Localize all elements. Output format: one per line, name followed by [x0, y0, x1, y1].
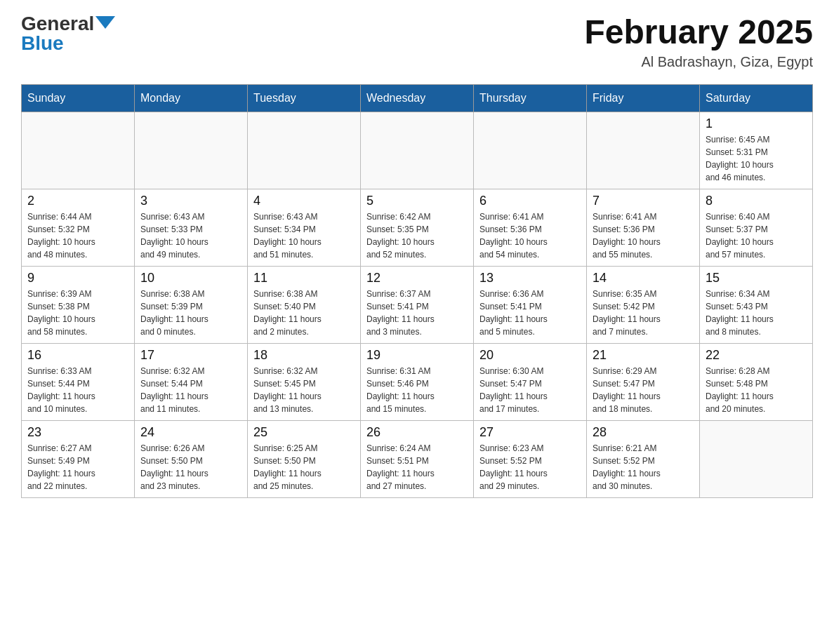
day-info: Sunrise: 6:36 AM Sunset: 5:41 PM Dayligh… [479, 288, 581, 338]
weekday-header-tuesday: Tuesday [248, 84, 361, 112]
day-number: 23 [27, 425, 128, 440]
location-title: Al Badrashayn, Giza, Egypt [584, 54, 813, 70]
day-number: 13 [479, 271, 581, 286]
calendar-cell [22, 112, 135, 189]
calendar-cell: 23Sunrise: 6:27 AM Sunset: 5:49 PM Dayli… [22, 420, 135, 497]
weekday-header-monday: Monday [135, 84, 248, 112]
calendar-week-row: 1Sunrise: 6:45 AM Sunset: 5:31 PM Daylig… [22, 112, 813, 189]
calendar-cell [135, 112, 248, 189]
day-info: Sunrise: 6:42 AM Sunset: 5:35 PM Dayligh… [366, 210, 468, 261]
calendar-cell: 6Sunrise: 6:41 AM Sunset: 5:36 PM Daylig… [474, 189, 587, 266]
day-info: Sunrise: 6:38 AM Sunset: 5:39 PM Dayligh… [140, 288, 241, 338]
day-number: 2 [27, 194, 128, 208]
calendar-cell: 11Sunrise: 6:38 AM Sunset: 5:40 PM Dayli… [248, 266, 361, 343]
day-number: 16 [27, 348, 128, 363]
day-info: Sunrise: 6:32 AM Sunset: 5:45 PM Dayligh… [253, 365, 355, 415]
day-number: 14 [593, 271, 694, 286]
calendar-cell: 9Sunrise: 6:39 AM Sunset: 5:38 PM Daylig… [22, 266, 135, 343]
day-info: Sunrise: 6:43 AM Sunset: 5:33 PM Dayligh… [140, 210, 241, 261]
calendar-table: SundayMondayTuesdayWednesdayThursdayFrid… [21, 84, 813, 498]
logo-general-text: General [21, 14, 94, 34]
calendar-cell: 27Sunrise: 6:23 AM Sunset: 5:52 PM Dayli… [474, 420, 587, 497]
weekday-header-saturday: Saturday [700, 84, 813, 112]
day-number: 22 [706, 348, 807, 363]
day-number: 4 [253, 194, 355, 208]
calendar-cell: 13Sunrise: 6:36 AM Sunset: 5:41 PM Dayli… [474, 266, 587, 343]
day-info: Sunrise: 6:34 AM Sunset: 5:43 PM Dayligh… [706, 288, 807, 338]
calendar-cell: 3Sunrise: 6:43 AM Sunset: 5:33 PM Daylig… [135, 189, 248, 266]
weekday-header-friday: Friday [587, 84, 700, 112]
calendar-cell: 20Sunrise: 6:30 AM Sunset: 5:47 PM Dayli… [474, 343, 587, 420]
day-info: Sunrise: 6:45 AM Sunset: 5:31 PM Dayligh… [706, 133, 807, 184]
day-number: 11 [253, 271, 355, 286]
logo-blue-text: Blue [21, 34, 115, 53]
calendar-cell: 4Sunrise: 6:43 AM Sunset: 5:34 PM Daylig… [248, 189, 361, 266]
calendar-cell [587, 112, 700, 189]
weekday-header-thursday: Thursday [474, 84, 587, 112]
calendar-cell: 16Sunrise: 6:33 AM Sunset: 5:44 PM Dayli… [22, 343, 135, 420]
day-info: Sunrise: 6:43 AM Sunset: 5:34 PM Dayligh… [253, 210, 355, 261]
calendar-week-row: 23Sunrise: 6:27 AM Sunset: 5:49 PM Dayli… [22, 420, 813, 497]
calendar-cell: 25Sunrise: 6:25 AM Sunset: 5:50 PM Dayli… [248, 420, 361, 497]
day-number: 15 [706, 271, 807, 286]
calendar-cell: 5Sunrise: 6:42 AM Sunset: 5:35 PM Daylig… [361, 189, 474, 266]
day-number: 26 [366, 425, 468, 440]
day-info: Sunrise: 6:26 AM Sunset: 5:50 PM Dayligh… [140, 442, 241, 492]
day-info: Sunrise: 6:32 AM Sunset: 5:44 PM Dayligh… [140, 365, 241, 415]
day-info: Sunrise: 6:41 AM Sunset: 5:36 PM Dayligh… [479, 210, 581, 261]
day-info: Sunrise: 6:29 AM Sunset: 5:47 PM Dayligh… [593, 365, 694, 415]
day-info: Sunrise: 6:23 AM Sunset: 5:52 PM Dayligh… [479, 442, 581, 492]
calendar-cell: 18Sunrise: 6:32 AM Sunset: 5:45 PM Dayli… [248, 343, 361, 420]
calendar-cell: 7Sunrise: 6:41 AM Sunset: 5:36 PM Daylig… [587, 189, 700, 266]
day-number: 27 [479, 425, 581, 440]
calendar-cell [361, 112, 474, 189]
day-number: 25 [253, 425, 355, 440]
day-info: Sunrise: 6:27 AM Sunset: 5:49 PM Dayligh… [27, 442, 128, 492]
day-info: Sunrise: 6:38 AM Sunset: 5:40 PM Dayligh… [253, 288, 355, 338]
day-number: 9 [27, 271, 128, 286]
calendar-week-row: 16Sunrise: 6:33 AM Sunset: 5:44 PM Dayli… [22, 343, 813, 420]
logo: General Blue [21, 14, 115, 53]
weekday-header-row: SundayMondayTuesdayWednesdayThursdayFrid… [22, 84, 813, 112]
calendar-cell [700, 420, 813, 497]
day-info: Sunrise: 6:37 AM Sunset: 5:41 PM Dayligh… [366, 288, 468, 338]
logo-arrow-icon [95, 16, 115, 29]
day-info: Sunrise: 6:31 AM Sunset: 5:46 PM Dayligh… [366, 365, 468, 415]
calendar-week-row: 2Sunrise: 6:44 AM Sunset: 5:32 PM Daylig… [22, 189, 813, 266]
calendar-cell: 1Sunrise: 6:45 AM Sunset: 5:31 PM Daylig… [700, 112, 813, 189]
day-info: Sunrise: 6:44 AM Sunset: 5:32 PM Dayligh… [27, 210, 128, 261]
calendar-cell: 17Sunrise: 6:32 AM Sunset: 5:44 PM Dayli… [135, 343, 248, 420]
calendar-cell: 26Sunrise: 6:24 AM Sunset: 5:51 PM Dayli… [361, 420, 474, 497]
day-info: Sunrise: 6:28 AM Sunset: 5:48 PM Dayligh… [706, 365, 807, 415]
calendar-cell: 8Sunrise: 6:40 AM Sunset: 5:37 PM Daylig… [700, 189, 813, 266]
calendar-cell: 28Sunrise: 6:21 AM Sunset: 5:52 PM Dayli… [587, 420, 700, 497]
page-header: General Blue February 2025 Al Badrashayn… [21, 14, 813, 70]
calendar-cell [248, 112, 361, 189]
calendar-cell: 2Sunrise: 6:44 AM Sunset: 5:32 PM Daylig… [22, 189, 135, 266]
day-info: Sunrise: 6:40 AM Sunset: 5:37 PM Dayligh… [706, 210, 807, 261]
title-area: February 2025 Al Badrashayn, Giza, Egypt [584, 14, 813, 70]
month-title: February 2025 [584, 14, 813, 51]
calendar-cell: 19Sunrise: 6:31 AM Sunset: 5:46 PM Dayli… [361, 343, 474, 420]
day-number: 6 [479, 194, 581, 208]
day-info: Sunrise: 6:35 AM Sunset: 5:42 PM Dayligh… [593, 288, 694, 338]
day-number: 20 [479, 348, 581, 363]
day-number: 1 [706, 116, 807, 131]
day-number: 3 [140, 194, 241, 208]
day-number: 7 [593, 194, 694, 208]
weekday-header-sunday: Sunday [22, 84, 135, 112]
day-number: 28 [593, 425, 694, 440]
day-number: 24 [140, 425, 241, 440]
calendar-cell: 14Sunrise: 6:35 AM Sunset: 5:42 PM Dayli… [587, 266, 700, 343]
day-number: 12 [366, 271, 468, 286]
day-number: 8 [706, 194, 807, 208]
calendar-cell: 22Sunrise: 6:28 AM Sunset: 5:48 PM Dayli… [700, 343, 813, 420]
calendar-cell [474, 112, 587, 189]
day-number: 19 [366, 348, 468, 363]
calendar-cell: 15Sunrise: 6:34 AM Sunset: 5:43 PM Dayli… [700, 266, 813, 343]
day-number: 21 [593, 348, 694, 363]
day-info: Sunrise: 6:41 AM Sunset: 5:36 PM Dayligh… [593, 210, 694, 261]
day-number: 5 [366, 194, 468, 208]
day-info: Sunrise: 6:24 AM Sunset: 5:51 PM Dayligh… [366, 442, 468, 492]
day-info: Sunrise: 6:21 AM Sunset: 5:52 PM Dayligh… [593, 442, 694, 492]
